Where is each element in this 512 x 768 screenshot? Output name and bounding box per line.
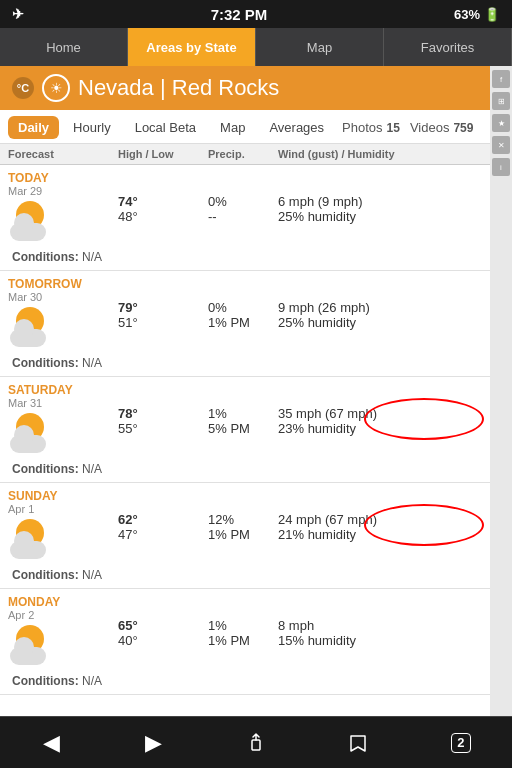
temperature-col: 65° 40° <box>118 618 208 648</box>
sub-tab-hourly[interactable]: Hourly <box>63 116 121 139</box>
humidity: 23% humidity <box>278 421 482 436</box>
precip-primary: 0% <box>208 300 278 315</box>
forecast-day-monday: MONDAY Apr 2 65° 40° 1% 1% PM 8 mph <box>0 589 490 695</box>
day-date: Apr 2 <box>8 609 118 621</box>
celsius-badge: °C <box>12 77 34 99</box>
precip-primary: 0% <box>208 194 278 209</box>
conditions-row: Conditions: N/A <box>8 247 482 264</box>
wind-speed: 6 mph (9 mph) <box>278 194 482 209</box>
wind-col: 8 mph 15% humidity <box>278 618 482 648</box>
precip-secondary: 1% PM <box>208 633 278 648</box>
forecast-row: MONDAY Apr 2 65° 40° 1% 1% PM 8 mph <box>8 595 482 671</box>
forward-button[interactable]: ▶ <box>130 719 178 767</box>
battery-icon: 🔋 <box>484 7 500 22</box>
conditions-value: N/A <box>82 356 102 370</box>
forecast-day-saturday: SATURDAY Mar 31 78° 55° 1% 5% PM 35 mph … <box>0 377 490 483</box>
weather-icon <box>8 305 52 349</box>
status-bar: ✈ 7:32 PM 63% 🔋 <box>0 0 512 28</box>
share-button[interactable] <box>232 719 280 767</box>
videos-count: 759 <box>453 121 473 135</box>
conditions-value: N/A <box>82 674 102 688</box>
day-date: Mar 30 <box>8 291 118 303</box>
precip-secondary: -- <box>208 209 278 224</box>
bookmark-button[interactable] <box>334 719 382 767</box>
cloud-icon <box>10 541 46 559</box>
forecast-day-sunday: SUNDAY Apr 1 62° 47° 12% 1% PM 24 mph (6… <box>0 483 490 589</box>
forecast-row: SATURDAY Mar 31 78° 55° 1% 5% PM 35 mph … <box>8 383 482 459</box>
sub-tab-daily[interactable]: Daily <box>8 116 59 139</box>
day-info: MONDAY Apr 2 <box>8 595 118 671</box>
temp-high: 74° <box>118 194 208 209</box>
day-label: TODAY <box>8 171 118 185</box>
tabs-button[interactable]: 2 <box>437 719 485 767</box>
nav-tab-areas-by-state[interactable]: Areas by State <box>128 28 256 66</box>
cloud-icon <box>10 223 46 241</box>
temperature-col: 62° 47° <box>118 512 208 542</box>
wind-speed: 9 mph (26 mph) <box>278 300 482 315</box>
weather-icon <box>8 411 52 455</box>
nav-tab-home[interactable]: Home <box>0 28 128 66</box>
precip-col: 0% -- <box>208 194 278 224</box>
back-button[interactable]: ◀ <box>27 719 75 767</box>
precip-col: 12% 1% PM <box>208 512 278 542</box>
humidity: 15% humidity <box>278 633 482 648</box>
conditions-row: Conditions: N/A <box>8 671 482 688</box>
temp-low: 51° <box>118 315 208 330</box>
humidity: 21% humidity <box>278 527 482 542</box>
conditions-label: Conditions: <box>12 568 82 582</box>
media-links: Photos 15 Videos 759 <box>342 120 473 135</box>
sidebar-icon-4: ✕ <box>492 136 510 154</box>
wind-col: 9 mph (26 mph) 25% humidity <box>278 300 482 330</box>
photos-label[interactable]: Photos <box>342 120 382 135</box>
conditions-label: Conditions: <box>12 674 82 688</box>
wind-speed: 35 mph (67 mph) <box>278 406 482 421</box>
wind-col: 24 mph (67 mph) 21% humidity <box>278 512 482 542</box>
precip-primary: 1% <box>208 618 278 633</box>
sidebar-icon-2: ⊞ <box>492 92 510 110</box>
location-title: Nevada | Red Rocks <box>78 75 279 101</box>
sub-tab-map[interactable]: Map <box>210 116 255 139</box>
wind-speed: 8 mph <box>278 618 482 633</box>
weather-icon <box>8 199 52 243</box>
conditions-value: N/A <box>82 462 102 476</box>
main-content: °C ☀ Nevada | Red Rocks Daily Hourly Loc… <box>0 66 512 716</box>
conditions-row: Conditions: N/A <box>8 565 482 582</box>
conditions-label: Conditions: <box>12 250 82 264</box>
nav-tab-map[interactable]: Map <box>256 28 384 66</box>
day-info: SATURDAY Mar 31 <box>8 383 118 459</box>
status-left: ✈ <box>12 6 24 22</box>
col-forecast: Forecast <box>8 148 118 160</box>
col-high-low: High / Low <box>118 148 208 160</box>
day-info: SUNDAY Apr 1 <box>8 489 118 565</box>
sidebar-icon-3: ★ <box>492 114 510 132</box>
location-icon: ☀ <box>42 74 70 102</box>
tabs-count: 2 <box>457 735 464 750</box>
temp-low: 48° <box>118 209 208 224</box>
conditions-label: Conditions: <box>12 356 82 370</box>
nav-tabs: Home Areas by State Map Favorites <box>0 28 512 66</box>
temp-high: 79° <box>118 300 208 315</box>
temperature-col: 79° 51° <box>118 300 208 330</box>
conditions-label: Conditions: <box>12 462 82 476</box>
sub-tab-averages[interactable]: Averages <box>259 116 334 139</box>
status-right: 63% 🔋 <box>454 7 500 22</box>
precip-col: 1% 1% PM <box>208 618 278 648</box>
day-label: TOMORROW <box>8 277 118 291</box>
conditions-value: N/A <box>82 250 102 264</box>
airplane-icon: ✈ <box>12 6 24 22</box>
precip-col: 1% 5% PM <box>208 406 278 436</box>
day-label: SATURDAY <box>8 383 118 397</box>
svg-rect-0 <box>252 740 260 750</box>
videos-label[interactable]: Videos <box>410 120 450 135</box>
conditions-row: Conditions: N/A <box>8 459 482 476</box>
cloud-icon <box>10 329 46 347</box>
forecast-day-today: TODAY Mar 29 74° 48° 0% -- 6 mph (9 mph) <box>0 165 490 271</box>
cloud-icon <box>10 647 46 665</box>
forecast-day-tomorrow: TOMORROW Mar 30 79° 51° 0% 1% PM 9 mph (… <box>0 271 490 377</box>
wind-col: 35 mph (67 mph) 23% humidity <box>278 406 482 436</box>
temp-low: 55° <box>118 421 208 436</box>
nav-tab-favorites[interactable]: Favorites <box>384 28 512 66</box>
precip-primary: 1% <box>208 406 278 421</box>
sub-tab-local-beta[interactable]: Local Beta <box>125 116 206 139</box>
weather-icon <box>8 517 52 561</box>
